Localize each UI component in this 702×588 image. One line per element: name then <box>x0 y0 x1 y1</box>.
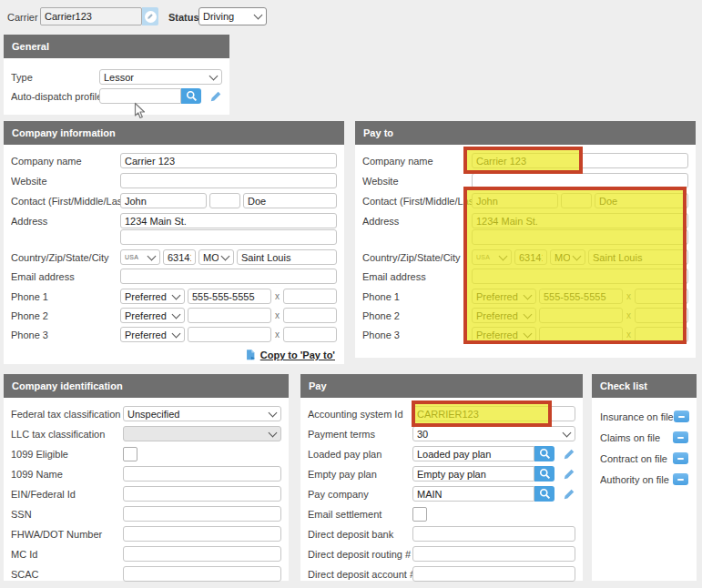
company-name-label: Company name <box>362 156 472 167</box>
remove-authority-button[interactable] <box>673 473 688 485</box>
phone1-ext-input[interactable] <box>635 289 688 304</box>
company-identification-header: Company identification <box>4 374 289 398</box>
dd-bank-input[interactable] <box>412 526 575 542</box>
federal-tax-select[interactable]: Unspecified <box>123 406 281 421</box>
contact-middle-input[interactable] <box>561 193 592 208</box>
phone3-ext-input[interactable] <box>283 327 337 342</box>
phone2-ext-input[interactable] <box>635 308 688 323</box>
ein-input[interactable] <box>123 486 281 502</box>
edit-pencil-button[interactable] <box>563 488 575 501</box>
mouse-cursor <box>134 102 146 120</box>
phone3-ext-input[interactable] <box>635 327 688 342</box>
email-input[interactable] <box>120 269 337 284</box>
city-input[interactable] <box>237 249 337 265</box>
accounting-id-input[interactable] <box>412 406 575 421</box>
dd-account-input[interactable] <box>412 566 575 582</box>
1099-eligible-checkbox[interactable] <box>123 447 137 461</box>
address2-input[interactable] <box>472 229 688 245</box>
company-name-input[interactable] <box>120 153 337 168</box>
email-settlement-label: Email settlement <box>308 509 412 520</box>
email-settlement-checkbox[interactable] <box>412 507 427 522</box>
contact-last-input[interactable] <box>595 193 688 208</box>
pay-company-input[interactable] <box>412 486 534 502</box>
country-select[interactable]: USA <box>120 249 160 265</box>
pencil-circle-icon <box>145 11 157 23</box>
search-button[interactable] <box>534 486 554 502</box>
address2-input[interactable] <box>120 229 337 245</box>
phone1-ext-input[interactable] <box>283 289 337 304</box>
address1-input[interactable] <box>472 213 688 228</box>
search-button[interactable] <box>534 466 554 482</box>
city-input[interactable] <box>588 249 688 265</box>
carrier-id-input[interactable] <box>40 7 142 25</box>
zip-input[interactable] <box>163 249 196 265</box>
email-label: Email address <box>362 271 472 282</box>
chevron-down-icon <box>524 290 533 299</box>
phone2-label: Phone 2 <box>11 310 120 321</box>
country-zip-label: Country/Zip/State/City <box>362 252 472 263</box>
chevron-down-icon <box>524 329 533 338</box>
check-list-item: Insurance on file <box>600 410 688 423</box>
website-input[interactable] <box>120 173 337 188</box>
check-list-item: Claims on file <box>600 431 688 444</box>
contact-first-input[interactable] <box>472 193 558 208</box>
dd-routing-input[interactable] <box>412 546 575 562</box>
loaded-pay-plan-label: Loaded pay plan <box>308 449 412 460</box>
contact-first-input[interactable] <box>120 193 207 208</box>
edit-carrier-id-button[interactable] <box>142 7 158 25</box>
extension-label: x <box>626 329 631 340</box>
company-name-input[interactable] <box>472 153 688 168</box>
chevron-down-icon <box>172 290 181 299</box>
edit-pencil-button[interactable] <box>563 468 575 481</box>
search-button[interactable] <box>181 88 201 104</box>
phone1-number-input[interactable] <box>188 289 271 304</box>
phone3-type-select[interactable]: Preferred <box>120 327 185 342</box>
chevron-down-icon <box>563 428 572 437</box>
phone2-ext-input[interactable] <box>283 308 337 323</box>
email-input[interactable] <box>472 269 688 284</box>
type-select[interactable]: Lessor <box>99 69 222 85</box>
status-select[interactable]: Driving <box>198 7 267 25</box>
edit-pencil-button[interactable] <box>209 90 222 103</box>
llc-tax-select[interactable] <box>123 426 281 441</box>
remove-insurance-button[interactable] <box>674 411 689 422</box>
mc-id-input[interactable] <box>123 546 281 562</box>
phone1-type-select[interactable]: Preferred <box>472 289 536 304</box>
autodispatch-label: Auto-dispatch profile <box>11 91 99 102</box>
fhwa-dot-input[interactable] <box>123 526 281 542</box>
loaded-pay-plan-input[interactable] <box>412 446 534 461</box>
empty-pay-plan-input[interactable] <box>412 466 534 482</box>
phone2-type-select[interactable]: Preferred <box>472 308 536 323</box>
1099-name-input[interactable] <box>123 466 281 482</box>
address1-input[interactable] <box>120 213 337 228</box>
ssn-input[interactable] <box>123 506 281 522</box>
chevron-down-icon <box>269 428 278 437</box>
phone3-number-input[interactable] <box>188 327 271 342</box>
phone3-number-input[interactable] <box>539 327 623 342</box>
phone1-number-input[interactable] <box>539 289 623 304</box>
phone1-type-select[interactable]: Preferred <box>120 289 185 304</box>
edit-pencil-button[interactable] <box>563 448 575 461</box>
phone2-number-input[interactable] <box>188 308 271 323</box>
mc-id-label: MC Id <box>11 549 123 560</box>
remove-contract-button[interactable] <box>673 452 688 464</box>
pencil-icon <box>563 468 575 481</box>
search-button[interactable] <box>534 446 554 461</box>
website-input[interactable] <box>472 173 688 188</box>
copy-to-pay-to-link[interactable]: Copy to 'Pay to' <box>260 350 335 360</box>
state-select[interactable]: MO <box>550 249 585 265</box>
chevron-down-icon <box>269 408 278 417</box>
status-label: Status <box>168 12 199 23</box>
scac-input[interactable] <box>123 566 281 582</box>
phone2-type-select[interactable]: Preferred <box>120 308 185 323</box>
pencil-icon <box>209 90 222 103</box>
contact-last-input[interactable] <box>243 193 337 208</box>
zip-input[interactable] <box>514 249 547 265</box>
contact-middle-input[interactable] <box>209 193 240 208</box>
state-select[interactable]: MO <box>198 249 234 265</box>
remove-claims-button[interactable] <box>673 431 688 443</box>
payment-terms-select[interactable]: 30 <box>412 426 575 441</box>
phone3-type-select[interactable]: Preferred <box>472 327 536 342</box>
phone2-number-input[interactable] <box>539 308 623 323</box>
country-select[interactable]: USA <box>472 249 512 265</box>
